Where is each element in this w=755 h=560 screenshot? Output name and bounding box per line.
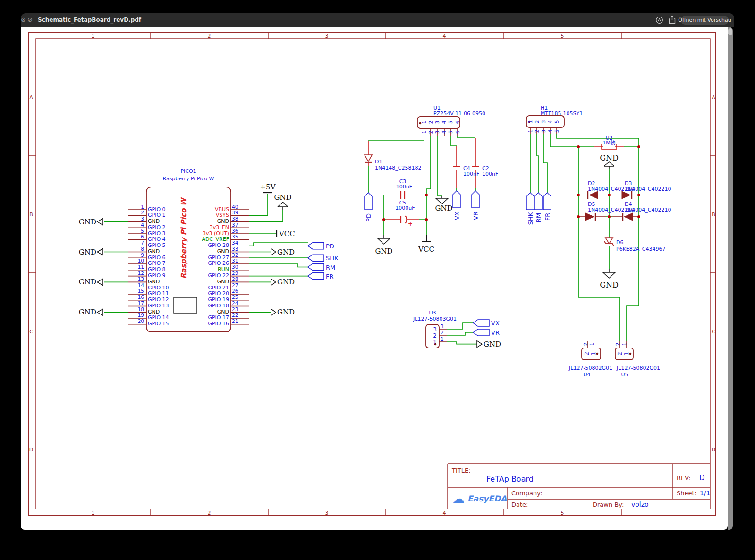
c5-value: 1000uF [395, 205, 415, 211]
d3-part: 1N4004_C402210 [625, 186, 671, 192]
u4-refdes: U4 [583, 372, 590, 378]
gnd-flags-left [97, 219, 103, 316]
u1-pin-numbers-inner: 123 456 [421, 118, 461, 127]
frame-col-label: 1 [92, 33, 95, 39]
gnd-signal-813 [378, 235, 390, 244]
vcc-label: VCC [279, 229, 295, 238]
u5-refdes: U5 [621, 372, 628, 378]
date-label: Date: [511, 501, 528, 508]
pin-name: VBUS [215, 206, 229, 212]
u4-pin-number-outer: 2 [583, 343, 588, 346]
rm-flag [308, 264, 324, 271]
pd-flag-vert [365, 193, 372, 210]
frame-row-label: C [29, 329, 33, 335]
d1-refdes: D1 [375, 159, 382, 165]
pin-name: GPIO 4 [148, 236, 166, 242]
u3-pin-number-inner: 2 [433, 332, 437, 339]
pd-net-label: PD [326, 242, 334, 249]
c5-plus-sign: + [408, 221, 413, 227]
frame-col-label: 2 [208, 510, 211, 516]
pin-name: GPIO 10 [148, 285, 169, 291]
frame-row-label: D [712, 447, 715, 453]
frame-col-label: 3 [325, 510, 329, 516]
rev-value: D [699, 474, 705, 482]
vcc-label: VCC [418, 245, 434, 254]
gnd-label: GND [79, 278, 96, 286]
frame-row-label: B [29, 212, 33, 218]
gnd-label: GND [277, 308, 295, 316]
pin-name: RUN [218, 266, 229, 272]
rev-label: REV: [677, 475, 690, 482]
pico-right-pin-names: VBUS VSYS GND 3v3_EN 3v3 (OUT) ADC_VREF … [179, 207, 229, 327]
pin-name: GND [217, 248, 229, 255]
u4-part: JL127-50802G01 [569, 365, 612, 371]
plus5v-label: +5V [260, 183, 276, 191]
h1-pin-numbers-outer: 123 45 [527, 127, 560, 135]
diode-d4 [624, 213, 633, 221]
schematic-canvas [0, 0, 755, 560]
pin-name: GPIO 14 [148, 314, 169, 321]
d1-part: 1N4148_C258182 [375, 165, 421, 171]
shk-flag [308, 255, 324, 261]
u3-refdes: U3 [429, 310, 436, 316]
d6-refdes: D6 [616, 239, 623, 246]
pin-name: GPIO 12 [148, 297, 169, 303]
screen: { "window": { "title": "Schematic_FetapB… [0, 0, 755, 560]
gnd-tent-top [278, 202, 288, 210]
pin-name: GPIO 6 [148, 255, 166, 261]
easyeda-logo-text: EasyEDA [467, 494, 507, 503]
pin-name: GPIO 21 [208, 285, 229, 291]
frame-row-label: A [712, 94, 715, 101]
fr-flag [308, 273, 324, 280]
gnd-label: GND [600, 153, 619, 162]
gnd-label: GND [435, 204, 452, 212]
u5-part: JL127-50802G01 [617, 365, 660, 371]
u3-pin-number-outer: 3 [441, 323, 444, 329]
vr-flag-u3 [473, 329, 489, 336]
pin-name: GND [217, 309, 229, 315]
schematic-title: FeTAp Board [486, 475, 534, 484]
rm-net-label: RM [535, 213, 542, 222]
vx-flag-vert [453, 191, 460, 208]
u1-pin-numbers-outer: 123 456 [421, 128, 461, 136]
u3-part: JL127-50803G01 [413, 316, 457, 322]
fr-net-label: FR [326, 272, 334, 280]
pin-name: GPIO 26 [208, 260, 229, 266]
diode-d2 [589, 191, 598, 199]
u4-pin-number-inner: 2 [584, 352, 590, 356]
h1-pin-numbers-inner: 123 45 [527, 117, 560, 127]
vr-flag-vert [472, 191, 479, 208]
pin-name: GPIO 7 [148, 260, 166, 266]
pico-left-pin-numbers: 12345 678910 1112131415 1617181920 [130, 204, 144, 324]
pin-name: VSYS [216, 212, 229, 218]
gnd-flags-right [271, 249, 276, 316]
u5-pin-number-inner: 2 [617, 352, 623, 356]
pico-refdes: PICO1 [180, 168, 196, 174]
pin-name: GPIO 15 [148, 321, 169, 327]
frame-row-label: B [712, 212, 715, 218]
pin-name: GND [148, 218, 160, 224]
gnd-label: GND [274, 193, 291, 202]
shk-flag-vert [526, 193, 534, 210]
sheet-label: Sheet: [677, 490, 696, 497]
vr-net-label: VR [472, 212, 479, 220]
pin-name: GPIO 13 [148, 303, 169, 309]
gnd-signal-936 [436, 196, 448, 204]
pin-name: GPIO 20 [208, 290, 229, 297]
pin-name: GPIO 16 [208, 321, 229, 327]
gnd-label: GND [375, 247, 392, 255]
u5-pin-number-outer: 1 [621, 343, 627, 346]
pin-name: GND [148, 279, 160, 285]
d4-part: 1N4004_C402210 [625, 207, 671, 213]
vr-net-label: VR [491, 329, 500, 336]
fr-flag-vert [543, 193, 551, 210]
u4-pin-number-inner: 1 [590, 352, 597, 356]
gnd-flag-u3 [477, 341, 482, 348]
gnd-label: GND [277, 248, 295, 256]
frame-row-label: C [712, 329, 715, 335]
pd-net-label: PD [365, 213, 372, 222]
u2-value: 1M物 [602, 139, 616, 146]
c3-value: 100nF [396, 184, 412, 190]
u3-pin-number-outer: 1 [441, 336, 444, 342]
pin-name: GPIO 18 [208, 303, 229, 309]
